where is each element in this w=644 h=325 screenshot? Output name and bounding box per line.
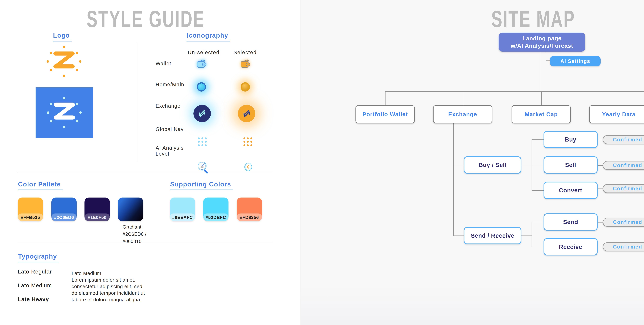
node-label: Receive xyxy=(559,243,582,250)
sitemap-node-ai-settings[interactable]: AI Settings xyxy=(550,56,600,66)
site-map-title: SITE MAP xyxy=(491,6,575,32)
icon-row-label-ai-line2: Level xyxy=(156,151,169,157)
logo-app-tile xyxy=(36,88,93,138)
horizontal-rule xyxy=(17,242,272,242)
design-document: STYLE GUIDE Logo xyxy=(0,0,644,325)
connector-line xyxy=(532,222,544,222)
style-guide-title: STYLE GUIDE xyxy=(86,6,205,32)
badge-label: Confirmed xyxy=(613,137,642,142)
exchange-unselected-icon xyxy=(194,105,211,122)
color-swatch-gradient[interactable] xyxy=(118,198,143,221)
home-coin-unselected-icon xyxy=(197,82,206,92)
connector-line xyxy=(598,188,603,189)
icon-row-label-wallet: Wallet xyxy=(156,61,171,66)
node-label: Exchange xyxy=(448,111,477,118)
connector-line xyxy=(598,140,603,140)
swatch-hex-label: #FD8356 xyxy=(237,214,262,221)
swatch-hex-label: #2C6ED6 xyxy=(52,214,77,221)
wallet-selected-icon xyxy=(240,59,251,69)
swatch-hex-label: #1E0F50 xyxy=(84,214,110,221)
globalnav-unselected-dot-grid-icon xyxy=(198,138,207,146)
exchange-selected-icon xyxy=(238,105,255,122)
node-label: Sell xyxy=(565,162,576,168)
iconography-heading: Iconography xyxy=(186,32,230,42)
confirmed-badge-receive[interactable]: Confirmed xyxy=(603,242,644,251)
sitemap-node-yearly-data[interactable]: Yearly Data xyxy=(589,105,644,123)
color-swatch-ffb535[interactable]: #FFB535 xyxy=(18,198,43,221)
node-label: Send / Receive xyxy=(471,232,514,239)
confirmed-badge-send[interactable]: Confirmed xyxy=(603,218,644,226)
badge-label: Confirmed xyxy=(613,219,642,225)
connector-line xyxy=(532,190,544,190)
node-label: Yearly Data xyxy=(602,111,635,118)
sitemap-node-send-receive[interactable]: Send / Receive xyxy=(464,227,522,244)
column-header-unselected: Un-selected xyxy=(182,50,226,55)
specimen-line: Lato Medium xyxy=(72,270,145,277)
connector-line xyxy=(385,91,644,92)
swatch-hex-label: #FFB535 xyxy=(18,214,43,221)
sitemap-node-landing-page[interactable]: Landing page w/AI Analysis/Forcast xyxy=(498,32,585,52)
ai-magnifier-chart-icon xyxy=(197,161,210,176)
connector-line xyxy=(532,140,544,140)
confirmed-badge-convert[interactable]: Confirmed xyxy=(603,184,644,193)
globalnav-selected-dot-grid-icon xyxy=(244,138,252,146)
logo-white-z-icon xyxy=(46,96,82,129)
badge-label: Confirmed xyxy=(613,244,642,250)
node-label: Buy xyxy=(565,136,576,143)
connector-line xyxy=(619,91,619,105)
sitemap-node-receive[interactable]: Receive xyxy=(544,238,598,256)
column-header-selected: Selected xyxy=(223,50,267,55)
type-specimen: Lato Medium Lorem ipsum dolor sit amet, … xyxy=(72,270,145,303)
sitemap-node-buy[interactable]: Buy xyxy=(544,131,598,148)
ai-settings-label: AI Settings xyxy=(560,58,590,64)
connector-line xyxy=(454,123,454,236)
node-label: Portfolio Wallet xyxy=(362,111,408,118)
icon-row-label-exchange: Exchange xyxy=(156,103,180,109)
color-swatch-fd8356[interactable]: #FD8356 xyxy=(237,198,262,221)
supporting-colors-heading: Supporting Colors xyxy=(170,180,233,190)
color-swatch-2c6ed6[interactable]: #2C6ED6 xyxy=(52,198,77,221)
connector-line xyxy=(532,140,532,190)
swap-arrows-icon xyxy=(196,107,209,120)
icon-row-label-globalnav: Global Nav xyxy=(156,126,184,132)
connector-line xyxy=(598,247,603,247)
gradient-caption: Gradiant: #2C6ED6 / #060310 xyxy=(122,224,146,245)
landing-page-label-line2: w/AI Analysis/Forcast xyxy=(511,42,573,50)
section-divider xyxy=(137,42,137,161)
horizontal-rule xyxy=(17,172,272,172)
sitemap-node-buy-sell[interactable]: Buy / Sell xyxy=(464,156,522,174)
gradient-caption-line: Gradiant: xyxy=(122,224,146,230)
sitemap-node-exchange[interactable]: Exchange xyxy=(433,105,492,123)
color-swatch-52dbfc[interactable]: #52DBFC xyxy=(203,198,228,221)
specimen-line: Lorem ipsum dolor sit amet, xyxy=(72,277,145,283)
landing-page-label-line1: Landing page xyxy=(522,35,562,42)
sitemap-node-send[interactable]: Send xyxy=(544,213,598,230)
sitemap-node-sell[interactable]: Sell xyxy=(544,156,598,174)
node-label: Buy / Sell xyxy=(478,162,506,168)
connector-line xyxy=(598,165,603,166)
sitemap-node-convert[interactable]: Convert xyxy=(544,182,598,199)
connector-line xyxy=(532,222,532,247)
icon-row-label-home: Home/Main xyxy=(156,82,184,88)
connector-line xyxy=(522,165,544,165)
color-swatch-1e0f50[interactable]: #1E0F50 xyxy=(84,198,110,221)
badge-label: Confirmed xyxy=(613,162,642,168)
confirmed-badge-buy[interactable]: Confirmed xyxy=(603,135,644,144)
connector-line xyxy=(385,91,386,105)
font-weight-medium-label: Lato Medium xyxy=(18,282,52,288)
color-swatch-9eeafc[interactable]: #9EEAFC xyxy=(170,198,195,221)
gradient-caption-line: #2C6ED6 / xyxy=(122,230,146,238)
confirmed-badge-sell[interactable]: Confirmed xyxy=(603,161,644,170)
sitemap-node-market-cap[interactable]: Market Cap xyxy=(512,105,571,123)
swatch-hex-label: #9EEAFC xyxy=(170,214,195,221)
icon-row-label-ai-line1: AI Analysis xyxy=(156,145,184,151)
font-weight-heavy-label: Late Heavy xyxy=(18,296,49,302)
connector-line xyxy=(532,246,544,247)
sitemap-node-portfolio-wallet[interactable]: Portfolio Wallet xyxy=(356,105,415,123)
connector-line xyxy=(522,236,532,236)
logo-orange-z-icon xyxy=(46,45,82,78)
wallet-unselected-icon xyxy=(196,59,207,69)
home-coin-selected-icon xyxy=(240,82,250,92)
connector-line xyxy=(454,236,464,236)
connector-line xyxy=(541,91,542,105)
